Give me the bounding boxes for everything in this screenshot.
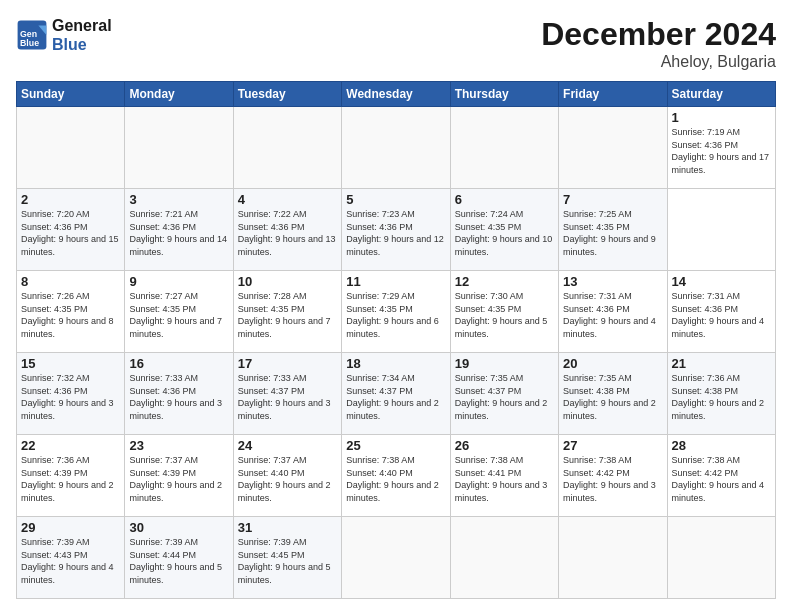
day-number: 28: [672, 438, 771, 453]
day-info: Sunrise: 7:31 AMSunset: 4:36 PMDaylight:…: [672, 290, 771, 340]
day-number: 14: [672, 274, 771, 289]
day-number: 11: [346, 274, 445, 289]
page: Gen Blue General Blue December 2024 Ahel…: [0, 0, 792, 612]
day-cell-17: 17Sunrise: 7:33 AMSunset: 4:37 PMDayligh…: [233, 353, 341, 435]
day-info: Sunrise: 7:33 AMSunset: 4:37 PMDaylight:…: [238, 372, 337, 422]
day-cell-14: 14Sunrise: 7:31 AMSunset: 4:36 PMDayligh…: [667, 271, 775, 353]
day-info: Sunrise: 7:39 AMSunset: 4:45 PMDaylight:…: [238, 536, 337, 586]
empty-cell: [559, 107, 667, 189]
day-cell-21: 21Sunrise: 7:36 AMSunset: 4:38 PMDayligh…: [667, 353, 775, 435]
day-cell-6: 6Sunrise: 7:24 AMSunset: 4:35 PMDaylight…: [450, 189, 558, 271]
week-row-1: 1Sunrise: 7:19 AMSunset: 4:36 PMDaylight…: [17, 107, 776, 189]
day-cell-25: 25Sunrise: 7:38 AMSunset: 4:40 PMDayligh…: [342, 435, 450, 517]
day-cell-12: 12Sunrise: 7:30 AMSunset: 4:35 PMDayligh…: [450, 271, 558, 353]
logo-text-blue: Blue: [52, 35, 112, 54]
calendar-table: Sunday Monday Tuesday Wednesday Thursday…: [16, 81, 776, 599]
day-info: Sunrise: 7:39 AMSunset: 4:43 PMDaylight:…: [21, 536, 120, 586]
week-row-6: 29Sunrise: 7:39 AMSunset: 4:43 PMDayligh…: [17, 517, 776, 599]
day-info: Sunrise: 7:38 AMSunset: 4:41 PMDaylight:…: [455, 454, 554, 504]
day-info: Sunrise: 7:26 AMSunset: 4:35 PMDaylight:…: [21, 290, 120, 340]
day-info: Sunrise: 7:33 AMSunset: 4:36 PMDaylight:…: [129, 372, 228, 422]
day-info: Sunrise: 7:37 AMSunset: 4:39 PMDaylight:…: [129, 454, 228, 504]
header-sunday: Sunday: [17, 82, 125, 107]
day-info: Sunrise: 7:36 AMSunset: 4:39 PMDaylight:…: [21, 454, 120, 504]
day-cell-28: 28Sunrise: 7:38 AMSunset: 4:42 PMDayligh…: [667, 435, 775, 517]
day-cell-4: 4Sunrise: 7:22 AMSunset: 4:36 PMDaylight…: [233, 189, 341, 271]
day-info: Sunrise: 7:39 AMSunset: 4:44 PMDaylight:…: [129, 536, 228, 586]
svg-text:Gen: Gen: [20, 29, 37, 39]
header-wednesday: Wednesday: [342, 82, 450, 107]
day-info: Sunrise: 7:36 AMSunset: 4:38 PMDaylight:…: [672, 372, 771, 422]
header-tuesday: Tuesday: [233, 82, 341, 107]
day-number: 2: [21, 192, 120, 207]
day-info: Sunrise: 7:29 AMSunset: 4:35 PMDaylight:…: [346, 290, 445, 340]
day-number: 12: [455, 274, 554, 289]
day-number: 27: [563, 438, 662, 453]
day-number: 20: [563, 356, 662, 371]
day-cell-3: 3Sunrise: 7:21 AMSunset: 4:36 PMDaylight…: [125, 189, 233, 271]
day-number: 6: [455, 192, 554, 207]
logo-icon: Gen Blue: [16, 19, 48, 51]
day-cell-26: 26Sunrise: 7:38 AMSunset: 4:41 PMDayligh…: [450, 435, 558, 517]
day-cell-8: 8Sunrise: 7:26 AMSunset: 4:35 PMDaylight…: [17, 271, 125, 353]
day-cell-24: 24Sunrise: 7:37 AMSunset: 4:40 PMDayligh…: [233, 435, 341, 517]
day-number: 18: [346, 356, 445, 371]
day-info: Sunrise: 7:38 AMSunset: 4:42 PMDaylight:…: [563, 454, 662, 504]
empty-cell: [342, 107, 450, 189]
location: Aheloy, Bulgaria: [541, 53, 776, 71]
empty-cell: [342, 517, 450, 599]
empty-cell: [450, 107, 558, 189]
day-cell-23: 23Sunrise: 7:37 AMSunset: 4:39 PMDayligh…: [125, 435, 233, 517]
empty-cell: [17, 107, 125, 189]
day-cell-11: 11Sunrise: 7:29 AMSunset: 4:35 PMDayligh…: [342, 271, 450, 353]
day-info: Sunrise: 7:25 AMSunset: 4:35 PMDaylight:…: [563, 208, 662, 258]
day-info: Sunrise: 7:21 AMSunset: 4:36 PMDaylight:…: [129, 208, 228, 258]
day-number: 8: [21, 274, 120, 289]
day-cell-16: 16Sunrise: 7:33 AMSunset: 4:36 PMDayligh…: [125, 353, 233, 435]
week-row-2: 2Sunrise: 7:20 AMSunset: 4:36 PMDaylight…: [17, 189, 776, 271]
day-number: 16: [129, 356, 228, 371]
day-cell-30: 30Sunrise: 7:39 AMSunset: 4:44 PMDayligh…: [125, 517, 233, 599]
day-cell-9: 9Sunrise: 7:27 AMSunset: 4:35 PMDaylight…: [125, 271, 233, 353]
header-thursday: Thursday: [450, 82, 558, 107]
day-number: 13: [563, 274, 662, 289]
header-monday: Monday: [125, 82, 233, 107]
day-info: Sunrise: 7:38 AMSunset: 4:42 PMDaylight:…: [672, 454, 771, 504]
day-number: 5: [346, 192, 445, 207]
day-number: 9: [129, 274, 228, 289]
day-cell-15: 15Sunrise: 7:32 AMSunset: 4:36 PMDayligh…: [17, 353, 125, 435]
empty-cell: [125, 107, 233, 189]
day-number: 19: [455, 356, 554, 371]
day-info: Sunrise: 7:22 AMSunset: 4:36 PMDaylight:…: [238, 208, 337, 258]
day-info: Sunrise: 7:37 AMSunset: 4:40 PMDaylight:…: [238, 454, 337, 504]
week-row-4: 15Sunrise: 7:32 AMSunset: 4:36 PMDayligh…: [17, 353, 776, 435]
day-cell-5: 5Sunrise: 7:23 AMSunset: 4:36 PMDaylight…: [342, 189, 450, 271]
day-cell-18: 18Sunrise: 7:34 AMSunset: 4:37 PMDayligh…: [342, 353, 450, 435]
day-cell-20: 20Sunrise: 7:35 AMSunset: 4:38 PMDayligh…: [559, 353, 667, 435]
day-number: 23: [129, 438, 228, 453]
week-row-5: 22Sunrise: 7:36 AMSunset: 4:39 PMDayligh…: [17, 435, 776, 517]
week-row-3: 8Sunrise: 7:26 AMSunset: 4:35 PMDaylight…: [17, 271, 776, 353]
day-number: 7: [563, 192, 662, 207]
day-info: Sunrise: 7:30 AMSunset: 4:35 PMDaylight:…: [455, 290, 554, 340]
header-friday: Friday: [559, 82, 667, 107]
day-number: 15: [21, 356, 120, 371]
day-info: Sunrise: 7:31 AMSunset: 4:36 PMDaylight:…: [563, 290, 662, 340]
empty-cell: [450, 517, 558, 599]
day-cell-29: 29Sunrise: 7:39 AMSunset: 4:43 PMDayligh…: [17, 517, 125, 599]
day-cell-27: 27Sunrise: 7:38 AMSunset: 4:42 PMDayligh…: [559, 435, 667, 517]
day-number: 31: [238, 520, 337, 535]
day-info: Sunrise: 7:24 AMSunset: 4:35 PMDaylight:…: [455, 208, 554, 258]
day-number: 24: [238, 438, 337, 453]
day-info: Sunrise: 7:28 AMSunset: 4:35 PMDaylight:…: [238, 290, 337, 340]
day-number: 29: [21, 520, 120, 535]
logo-text-general: General: [52, 16, 112, 35]
empty-cell: [233, 107, 341, 189]
day-number: 3: [129, 192, 228, 207]
day-number: 21: [672, 356, 771, 371]
day-number: 17: [238, 356, 337, 371]
day-info: Sunrise: 7:38 AMSunset: 4:40 PMDaylight:…: [346, 454, 445, 504]
day-cell-10: 10Sunrise: 7:28 AMSunset: 4:35 PMDayligh…: [233, 271, 341, 353]
title-block: December 2024 Aheloy, Bulgaria: [541, 16, 776, 71]
day-cell-13: 13Sunrise: 7:31 AMSunset: 4:36 PMDayligh…: [559, 271, 667, 353]
